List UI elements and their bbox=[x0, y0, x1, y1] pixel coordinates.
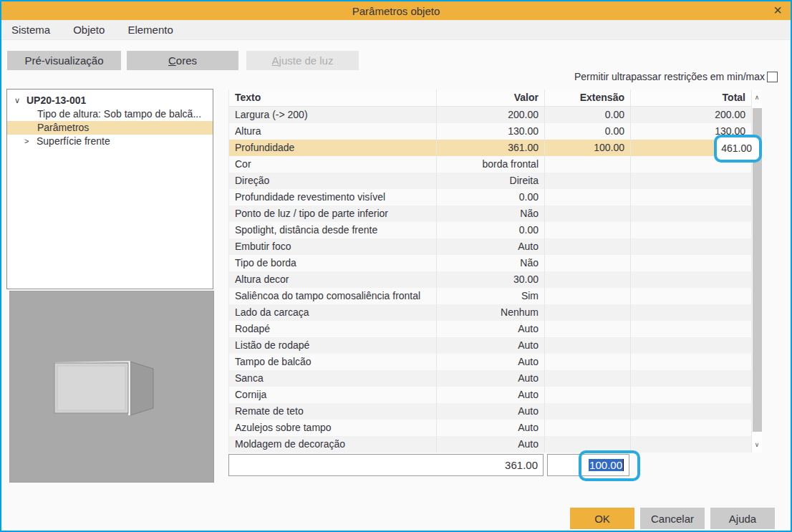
cell-total bbox=[631, 354, 752, 370]
cell-total bbox=[631, 304, 752, 321]
cell-texto: Moldagem de decoração bbox=[229, 436, 437, 453]
parameters-table: TextoValorExtensãoTotal Largura (-> 200)… bbox=[228, 90, 751, 453]
cell-texto: Saliêncoa do tampo comosaliência frontal bbox=[229, 288, 437, 304]
cell-valor: Auto bbox=[437, 387, 545, 403]
cell-valor: Auto bbox=[437, 337, 545, 354]
scroll-down-icon[interactable]: ∨ bbox=[752, 441, 762, 448]
cell-total bbox=[631, 271, 752, 288]
cell-valor: Auto bbox=[437, 354, 545, 370]
table-row[interactable]: Ponto de luz / tipo de parte inferiorNão bbox=[229, 205, 751, 222]
cell-extensao: 0.00 bbox=[545, 107, 631, 123]
cell-texto: Profundidade revestimento visível bbox=[229, 189, 437, 205]
cell-texto: Azulejos sobre tampo bbox=[229, 420, 437, 436]
cell-extensao bbox=[545, 420, 631, 436]
table-row[interactable]: Corborda frontal bbox=[229, 156, 751, 173]
cell-extensao: 100.00 bbox=[545, 140, 631, 156]
cell-texto: Profundidade bbox=[229, 140, 437, 156]
override-checkbox[interactable] bbox=[767, 72, 778, 82]
table-row[interactable]: Listão de rodapéAuto bbox=[229, 337, 751, 354]
cell-valor: 0.00 bbox=[437, 189, 545, 205]
table-row[interactable]: Remate de tetoAuto bbox=[229, 403, 751, 420]
cell-valor: 130.00 bbox=[437, 123, 545, 140]
table-row[interactable]: Altura130.000.00130.00 bbox=[229, 123, 751, 140]
cell-extensao bbox=[545, 189, 631, 205]
cell-extensao bbox=[545, 288, 631, 304]
menu-item-elemento[interactable]: Elemento bbox=[127, 24, 173, 36]
table-row[interactable]: Tipo de bordaNão bbox=[229, 255, 751, 271]
cell-total bbox=[631, 420, 752, 436]
cell-valor: 30.00 bbox=[437, 271, 545, 288]
cell-extensao bbox=[545, 222, 631, 238]
table-body: Largura (-> 200)200.000.00200.00Altura13… bbox=[229, 107, 751, 453]
cell-texto: Cornija bbox=[229, 387, 437, 403]
value-edit-field[interactable]: 361.00 bbox=[228, 454, 544, 476]
table-row[interactable]: Azulejos sobre tampoAuto bbox=[229, 420, 751, 436]
cell-texto: Embutir foco bbox=[229, 238, 437, 255]
close-icon[interactable]: × bbox=[773, 1, 782, 20]
cell-texto: Altura decor bbox=[229, 271, 437, 288]
cell-extensao bbox=[545, 387, 631, 403]
cell-extensao: 0.00 bbox=[545, 123, 631, 140]
table-row[interactable]: Tampo de balcãoAuto bbox=[229, 354, 751, 370]
tree-item-tipo-de-altura-sob-tampo-de-balc[interactable]: Tipo de altura: Sob tampo de balcã... bbox=[7, 107, 213, 121]
table-row[interactable]: RodapéAuto bbox=[229, 321, 751, 337]
extension-annotation-callout bbox=[579, 450, 640, 481]
column-header-valor: Valor bbox=[437, 90, 545, 106]
cancel-button[interactable]: Cancelar bbox=[640, 508, 705, 529]
table-row[interactable]: Profundidade361.00100.00461.00 bbox=[229, 140, 751, 156]
cell-total: 200.00 bbox=[631, 107, 752, 123]
tree-item-superf-cie-frente[interactable]: >Superfície frente bbox=[7, 135, 213, 148]
cell-valor: 0.00 bbox=[437, 222, 545, 238]
cell-valor: borda frontal bbox=[437, 156, 545, 173]
title-bar: Parâmetros objeto × bbox=[1, 1, 791, 20]
menu-item-sistema[interactable]: Sistema bbox=[11, 24, 50, 36]
cell-valor: Auto bbox=[437, 403, 545, 420]
cell-total bbox=[631, 205, 752, 222]
tab-bar: Pré-visualizaçãoCoresAjuste de luz bbox=[7, 51, 359, 70]
cell-texto: Largura (-> 200) bbox=[229, 107, 437, 123]
cell-texto: Lado da carcaça bbox=[229, 304, 437, 321]
tree-item-up20-13-001[interactable]: ∨UP20-13-001 bbox=[7, 94, 213, 107]
menu-item-objeto[interactable]: Objeto bbox=[73, 24, 105, 36]
scroll-up-icon[interactable]: ∧ bbox=[752, 94, 762, 101]
table-row[interactable]: Spotlight, distância desde frente0.00 bbox=[229, 222, 751, 238]
tree-item-par-metros[interactable]: Parâmetros bbox=[7, 121, 213, 135]
tree-item-label: Tipo de altura: Sob tampo de balcã... bbox=[37, 107, 201, 121]
table-row[interactable]: Moldagem de decoraçãoAuto bbox=[229, 436, 751, 453]
cell-extensao bbox=[545, 205, 631, 222]
chevron-right-icon: > bbox=[24, 135, 37, 148]
table-row[interactable]: Saliêncoa do tampo comosaliência frontal… bbox=[229, 288, 751, 304]
table-row[interactable]: Altura decor30.00 bbox=[229, 271, 751, 288]
ok-button[interactable]: OK bbox=[570, 508, 634, 529]
help-button[interactable]: Ajuda bbox=[710, 508, 775, 529]
cell-extensao bbox=[545, 156, 631, 173]
table-row[interactable]: SancaAuto bbox=[229, 370, 751, 387]
table-row[interactable]: Lado da carcaçaNenhum bbox=[229, 304, 751, 321]
parameters-dialog: Parâmetros objeto × SistemaObjetoElement… bbox=[0, 0, 792, 532]
cell-total bbox=[631, 387, 752, 403]
cell-extensao bbox=[545, 337, 631, 354]
cell-valor: 200.00 bbox=[437, 107, 545, 123]
cell-extensao bbox=[545, 403, 631, 420]
table-row[interactable]: DireçãoDireita bbox=[229, 173, 751, 189]
value-edit-text: 361.00 bbox=[505, 459, 538, 471]
table-row[interactable]: Embutir focoAuto bbox=[229, 238, 751, 255]
cell-extensao bbox=[545, 255, 631, 271]
cell-extensao bbox=[545, 321, 631, 337]
cell-valor: 361.00 bbox=[437, 140, 545, 156]
cell-valor: Não bbox=[437, 255, 545, 271]
tab-cores[interactable]: Cores bbox=[127, 51, 238, 70]
override-checkbox-label: Permitir ultrapassar restrições em min/m… bbox=[574, 71, 765, 82]
cabinet-preview-drawing bbox=[10, 291, 213, 482]
cell-texto: Remate de teto bbox=[229, 403, 437, 420]
cell-valor: Auto bbox=[437, 370, 545, 387]
tab-pr-visualiza-o[interactable]: Pré-visualização bbox=[7, 51, 121, 70]
table-row[interactable]: CornijaAuto bbox=[229, 387, 751, 403]
table-row[interactable]: Profundidade revestimento visível0.00 bbox=[229, 189, 751, 205]
cell-total bbox=[631, 238, 752, 255]
table-row[interactable]: Largura (-> 200)200.000.00200.00 bbox=[229, 107, 751, 123]
cell-total bbox=[631, 255, 752, 271]
cell-total bbox=[631, 370, 752, 387]
cell-texto: Altura bbox=[229, 123, 437, 140]
tree-item-label: Parâmetros bbox=[37, 121, 89, 135]
